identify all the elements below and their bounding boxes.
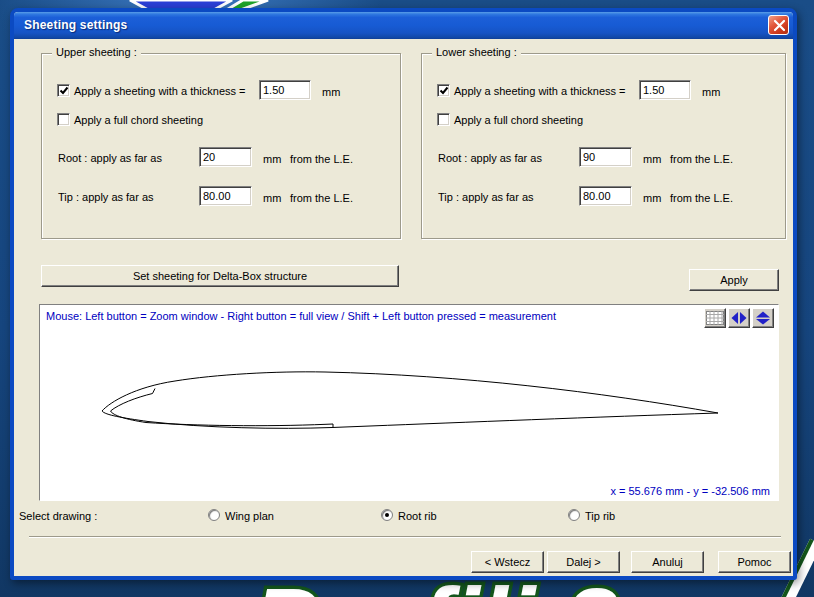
upper-root-label: Root : apply as far as (58, 152, 162, 164)
upper-full-chord-checkbox[interactable] (57, 113, 70, 126)
lower-root-suffix: from the L.E. (670, 153, 733, 165)
back-button[interactable]: < Wstecz (471, 551, 544, 573)
cancel-button[interactable]: Anuluj (631, 551, 704, 573)
upper-full-chord-label: Apply a full chord sheeting (74, 114, 203, 126)
checkmark-icon (59, 86, 69, 96)
upper-thickness-label: Apply a sheeting with a thickness = (74, 85, 246, 97)
radio-label-wing-plan[interactable]: Wing plan (225, 510, 274, 522)
lower-root-input[interactable] (579, 147, 632, 167)
dialog-titlebar[interactable]: Sheeting settings (14, 12, 793, 39)
radio-wing-plan[interactable] (208, 509, 220, 521)
sheeting-settings-dialog: Sheeting settings Upper sheeting : Apply… (10, 8, 797, 580)
upper-sheeting-group: Upper sheeting : Apply a sheeting with a… (41, 53, 401, 239)
upper-thickness-input[interactable] (259, 80, 311, 100)
lower-sheeting-group-label: Lower sheeting : (432, 46, 521, 58)
checkmark-icon (439, 86, 449, 96)
upper-tip-unit: mm (263, 192, 281, 204)
lower-tip-suffix: from the L.E. (670, 192, 733, 204)
cursor-coordinates: x = 55.676 mm - y = -32.506 mm (610, 485, 770, 497)
close-button[interactable] (768, 15, 789, 35)
desktop-background: { "window": { "title": "Sheeting setting… (0, 0, 814, 597)
dialog-client-area: Upper sheeting : Apply a sheeting with a… (14, 39, 793, 576)
lower-full-chord-checkbox[interactable] (437, 113, 450, 126)
lower-root-label: Root : apply as far as (438, 152, 542, 164)
lower-sheeting-group: Lower sheeting : Apply a sheeting with a… (421, 53, 786, 239)
lower-tip-label: Tip : apply as far as (438, 191, 534, 203)
radio-label-tip-rib[interactable]: Tip rib (585, 510, 615, 522)
next-button[interactable]: Dalej > (547, 551, 620, 573)
lower-tip-input[interactable] (579, 186, 632, 206)
close-icon (773, 19, 786, 32)
lower-thickness-label: Apply a sheeting with a thickness = (454, 85, 626, 97)
lower-full-chord-label: Apply a full chord sheeting (454, 114, 583, 126)
dialog-title: Sheeting settings (24, 18, 127, 32)
upper-thickness-checkbox[interactable] (57, 84, 70, 97)
radio-root-rib[interactable] (381, 509, 393, 521)
lower-thickness-unit: mm (702, 86, 720, 98)
upper-root-suffix: from the L.E. (290, 153, 353, 165)
radio-tip-rib[interactable] (568, 509, 580, 521)
upper-root-input[interactable] (199, 147, 252, 167)
select-drawing-label: Select drawing : (19, 510, 97, 522)
separator-line (29, 536, 781, 538)
upper-sheeting-group-label: Upper sheeting : (52, 46, 141, 58)
apply-button[interactable]: Apply (689, 269, 779, 291)
upper-tip-input[interactable] (199, 186, 252, 206)
lower-thickness-checkbox[interactable] (437, 84, 450, 97)
upper-thickness-unit: mm (322, 86, 340, 98)
airfoil-drawing (40, 305, 780, 502)
lower-thickness-input[interactable] (639, 80, 691, 100)
lower-root-unit: mm (643, 153, 661, 165)
help-button[interactable]: Pomoc (718, 551, 791, 573)
upper-tip-label: Tip : apply as far as (58, 191, 154, 203)
airfoil-preview-canvas[interactable]: Mouse: Left button = Zoom window - Right… (39, 304, 779, 501)
delta-box-button[interactable]: Set sheeting for Delta-Box structure (41, 265, 399, 287)
lower-tip-unit: mm (643, 192, 661, 204)
radio-label-root-rib[interactable]: Root rib (398, 510, 437, 522)
upper-tip-suffix: from the L.E. (290, 192, 353, 204)
upper-root-unit: mm (263, 153, 281, 165)
radio-dot (385, 513, 389, 517)
